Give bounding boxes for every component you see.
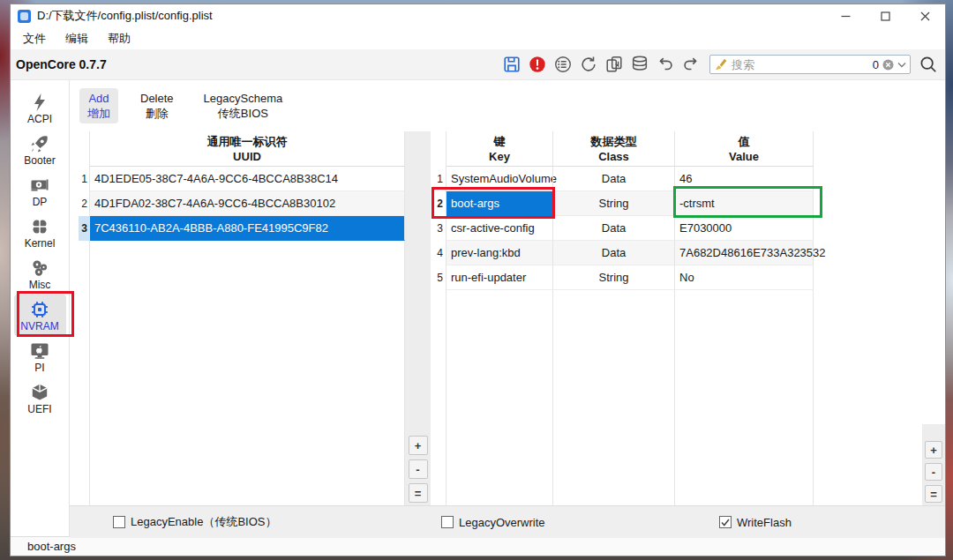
clover-icon <box>29 216 50 237</box>
sidebar-item-dp[interactable]: DP <box>14 170 66 212</box>
remove-row-button[interactable]: - <box>925 463 942 481</box>
rocket-icon <box>29 133 50 154</box>
nvram-table: 键Key 数据类型Class 值Value 1 SystemAudioVolum… <box>431 131 922 505</box>
menu-file[interactable]: 文件 <box>23 31 46 47</box>
uuid-cell[interactable]: 4D1FDA02-38C7-4A6A-9CC6-4BCCA8B30102 <box>90 191 405 216</box>
table-row: 1 SystemAudioVolume Data 46 <box>431 167 922 191</box>
sidebar-item-uefi[interactable]: UEFI <box>14 377 66 419</box>
sidebar-item-misc[interactable]: Misc <box>14 253 66 295</box>
maximize-button[interactable] <box>866 4 905 27</box>
table-row-selected: 3 7C436110-AB2A-4BBB-A880-FE41995C9F82 <box>79 216 405 241</box>
value-cell[interactable]: No <box>674 265 814 290</box>
clear-search-icon[interactable] <box>882 59 894 71</box>
undo-button[interactable] <box>655 54 676 75</box>
table-row: 3 csr-active-config Data E7030000 <box>431 216 922 241</box>
checkbox-unchecked[interactable] <box>113 516 125 528</box>
gears-icon <box>29 258 50 279</box>
status-bar: boot-args <box>11 536 945 556</box>
uuid-pane-strip: + - = <box>405 131 431 505</box>
minimize-button[interactable] <box>826 4 866 27</box>
table-row-selected: 2 boot-args String -ctrsmt <box>431 191 922 216</box>
class-cell[interactable]: String <box>552 265 674 290</box>
sidebar-item-kernel[interactable]: Kernel <box>14 212 66 253</box>
table-row: 4 prev-lang:kbd Data 7A682D48616E733A323… <box>431 241 922 265</box>
menu-edit[interactable]: 编辑 <box>65 31 88 47</box>
table-row: 1 4D1EDE05-38C7-4A6A-9CC6-4BCCA8B38C14 <box>79 167 405 191</box>
close-button[interactable] <box>905 4 945 27</box>
uuid-cell[interactable]: 7C436110-AB2A-4BBB-A880-FE41995C9F82 <box>90 216 405 241</box>
app-icon <box>18 10 31 23</box>
chevron-down-icon[interactable] <box>897 62 906 68</box>
remove-row-button[interactable]: - <box>409 459 428 479</box>
uuid-table: 通用唯一标识符 UUID 1 4D1EDE05-38C7-4A6A-9CC6-4… <box>70 131 405 505</box>
checkbox-legacyenable[interactable]: LegacyEnable（传统BIOS） <box>113 506 276 538</box>
app-window: D:/下载文件/config.plist/config.plist 文件 编辑 … <box>10 4 946 556</box>
sidebar-item-nvram[interactable]: NVRAM <box>14 295 66 336</box>
list-circle-button[interactable] <box>552 54 574 75</box>
class-cell[interactable]: Data <box>552 241 674 265</box>
key-cell-boot-args[interactable]: boot-args <box>446 191 552 216</box>
sidebar-item-pi[interactable]: PI <box>14 336 66 377</box>
nvram-chip-icon <box>29 299 50 320</box>
menu-help[interactable]: 帮助 <box>108 31 131 47</box>
class-cell[interactable]: Data <box>552 167 674 191</box>
search-result-count: 0 <box>873 58 879 71</box>
refresh-button[interactable] <box>578 54 599 75</box>
checkbox-legacyoverwrite[interactable]: LegacyOverwrite <box>441 506 545 538</box>
toolbar: OpenCore 0.7.7 <box>11 49 945 80</box>
table-row: 2 4D1FDA02-38C7-4A6A-9CC6-4BCCA8B30102 <box>79 191 405 216</box>
key-cell[interactable]: csr-active-config <box>446 216 552 241</box>
magnifier-icon[interactable] <box>917 53 940 76</box>
nvram-pane-strip: + - = <box>922 131 945 505</box>
nvram-table-empty-area <box>431 290 922 505</box>
uuid-table-empty-area <box>79 241 405 505</box>
search-box: 0 <box>709 55 911 74</box>
equal-row-button[interactable]: = <box>925 485 942 503</box>
title-bar[interactable]: D:/下载文件/config.plist/config.plist <box>11 4 945 27</box>
sidebar: ACPI Booter DP Kernel Misc NVRAM <box>11 80 70 536</box>
table-row: 5 run-efi-updater String No <box>431 265 922 290</box>
checkbox-checked[interactable] <box>719 516 732 528</box>
key-cell[interactable]: prev-lang:kbd <box>446 241 552 265</box>
uuid-cell[interactable]: 4D1EDE05-38C7-4A6A-9CC6-4BCCA8B38C14 <box>90 167 405 191</box>
class-cell[interactable]: Data <box>552 216 674 241</box>
error-indicator-icon[interactable] <box>527 54 548 75</box>
sidebar-item-acpi[interactable]: ACPI <box>14 87 66 129</box>
sidebar-item-booter[interactable]: Booter <box>14 129 66 170</box>
equal-row-button[interactable]: = <box>409 483 428 503</box>
uuid-table-header: 通用唯一标识符 UUID <box>79 131 405 167</box>
search-input[interactable] <box>732 58 869 71</box>
window-title: D:/下载文件/config.plist/config.plist <box>37 8 213 24</box>
broom-icon <box>714 57 728 71</box>
checkbox-writeflash[interactable]: WriteFlash <box>719 506 792 538</box>
key-cell[interactable]: run-efi-updater <box>446 265 552 290</box>
tab-row: Add 增加 Delete 删除 LegacySchema 传统BIOS <box>70 80 945 131</box>
class-cell[interactable]: String <box>552 191 674 216</box>
key-cell[interactable]: SystemAudioVolume <box>446 167 552 191</box>
redo-button[interactable] <box>680 54 702 75</box>
value-cell[interactable]: 7A682D48616E733A323532 <box>674 241 814 265</box>
tab-add[interactable]: Add 增加 <box>79 88 118 123</box>
save-button[interactable] <box>501 54 522 75</box>
add-row-button[interactable]: + <box>925 441 942 459</box>
menu-bar: 文件 编辑 帮助 <box>11 27 945 49</box>
nvram-table-header: 键Key 数据类型Class 值Value <box>431 131 922 167</box>
checkbox-unchecked[interactable] <box>441 516 454 528</box>
database-button[interactable] <box>629 54 650 75</box>
value-cell-boot-args[interactable]: -ctrsmt <box>674 191 814 216</box>
value-cell[interactable]: E7030000 <box>674 216 814 241</box>
options-bar: LegacyEnable（传统BIOS） LegacyOverwrite Wri… <box>70 505 945 538</box>
status-text: boot-args <box>27 540 76 553</box>
lightning-icon <box>29 92 50 113</box>
gpu-card-icon <box>29 175 50 196</box>
cube-icon <box>29 382 50 403</box>
add-row-button[interactable]: + <box>409 436 428 455</box>
platform-display-icon <box>29 340 50 362</box>
transfer-button[interactable] <box>604 54 625 75</box>
tab-delete[interactable]: Delete 删除 <box>132 88 182 123</box>
tab-legacyschema[interactable]: LegacySchema 传统BIOS <box>196 88 291 123</box>
value-cell[interactable]: 46 <box>674 167 814 191</box>
opencore-version-label: OpenCore 0.7.7 <box>16 57 107 71</box>
